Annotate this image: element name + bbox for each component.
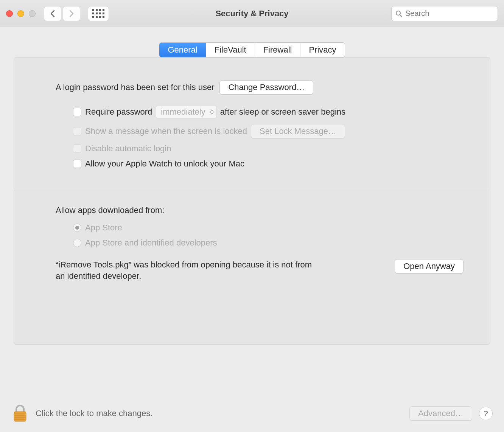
show-all-prefs-button[interactable] — [88, 6, 109, 21]
allow-apps-app-store-radio — [73, 224, 81, 232]
tab-segment: General FileVault Firewall Privacy — [159, 42, 345, 57]
allow-apps-identified-row: App Store and identified developers — [73, 238, 464, 248]
updown-icon — [210, 109, 214, 115]
show-lock-message-checkbox — [73, 127, 81, 135]
window-controls — [6, 10, 36, 17]
content-area: General FileVault Firewall Privacy A log… — [0, 27, 504, 345]
zoom-window-button — [29, 10, 36, 17]
apple-watch-unlock-label: Allow your Apple Watch to unlock your Ma… — [85, 159, 244, 169]
disable-auto-login-row: Disable automatic login — [73, 144, 464, 154]
login-options: Require password immediately after sleep… — [40, 105, 464, 169]
require-password-delay-value: immediately — [161, 107, 205, 117]
svg-rect-2 — [14, 412, 26, 421]
show-lock-message-row: Show a message when the screen is locked… — [73, 124, 464, 138]
chevron-right-icon — [69, 10, 74, 17]
nav-back-forward — [44, 6, 80, 21]
divider — [14, 190, 490, 190]
require-password-row: Require password immediately after sleep… — [73, 105, 464, 119]
lock-hint-text: Click the lock to make changes. — [36, 409, 152, 418]
tab-bar: General FileVault Firewall Privacy — [14, 42, 490, 57]
allow-apps-identified-label: App Store and identified developers — [85, 238, 217, 248]
general-panel: A login password has been set for this u… — [14, 57, 490, 345]
back-button[interactable] — [44, 6, 61, 21]
open-anyway-button[interactable]: Open Anyway — [395, 259, 464, 273]
allow-apps-radio-group: App Store App Store and identified devel… — [56, 223, 464, 248]
tab-privacy[interactable]: Privacy — [300, 43, 344, 57]
allow-apps-app-store-label: App Store — [85, 223, 122, 233]
change-password-button[interactable]: Change Password… — [219, 80, 313, 95]
allow-apps-app-store-row: App Store — [73, 223, 464, 233]
apple-watch-unlock-row: Allow your Apple Watch to unlock your Ma… — [73, 159, 464, 169]
footer: Click the lock to make changes. Advanced… — [0, 396, 504, 432]
blocked-app-message: “iRemove Tools.pkg” was blocked from ope… — [56, 259, 313, 281]
require-password-suffix: after sleep or screen saver begins — [220, 107, 345, 117]
close-window-button[interactable] — [6, 10, 13, 17]
lock-icon[interactable] — [11, 404, 29, 423]
svg-line-1 — [400, 15, 402, 17]
tab-filevault[interactable]: FileVault — [206, 43, 255, 57]
disable-auto-login-checkbox — [73, 145, 81, 153]
search-icon — [395, 10, 402, 17]
titlebar: Security & Privacy — [0, 0, 504, 27]
show-lock-message-label: Show a message when the screen is locked — [85, 126, 247, 136]
minimize-window-button[interactable] — [17, 10, 24, 17]
forward-button — [63, 6, 80, 21]
require-password-label: Require password — [85, 107, 152, 117]
login-password-text: A login password has been set for this u… — [56, 82, 214, 92]
chevron-left-icon — [50, 10, 55, 17]
tab-general[interactable]: General — [159, 43, 206, 57]
allow-apps-section: Allow apps downloaded from: App Store Ap… — [40, 205, 464, 281]
login-password-row: A login password has been set for this u… — [40, 80, 464, 95]
require-password-checkbox[interactable] — [73, 108, 81, 116]
tab-firewall[interactable]: Firewall — [255, 43, 301, 57]
apple-watch-unlock-checkbox[interactable] — [73, 160, 81, 168]
search-input[interactable] — [405, 9, 501, 18]
allow-apps-identified-radio — [73, 239, 81, 247]
grid-icon — [92, 9, 104, 18]
allow-apps-heading: Allow apps downloaded from: — [56, 205, 464, 215]
require-password-delay-select: immediately — [156, 105, 216, 119]
disable-auto-login-label: Disable automatic login — [85, 144, 171, 154]
search-field-container[interactable] — [391, 6, 498, 21]
advanced-button: Advanced… — [409, 406, 472, 421]
set-lock-message-button: Set Lock Message… — [251, 124, 345, 138]
help-button[interactable]: ? — [479, 407, 493, 420]
blocked-app-row: “iRemove Tools.pkg” was blocked from ope… — [56, 259, 464, 281]
